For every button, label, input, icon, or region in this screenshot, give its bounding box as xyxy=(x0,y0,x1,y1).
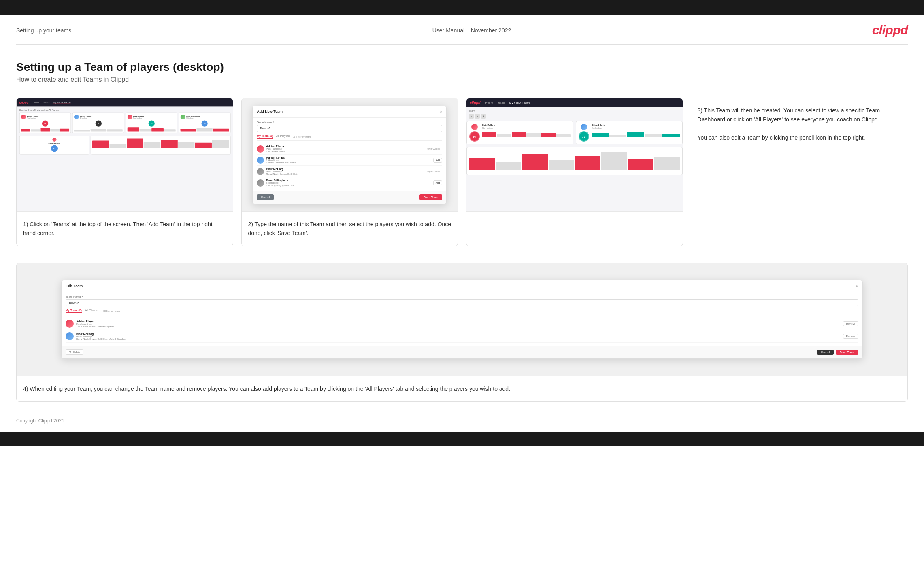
ss4-tab-myteam[interactable]: My Team (2) xyxy=(66,309,82,313)
ss3-p1-right: Blair McHarg Plus Handicap xyxy=(482,124,571,142)
dashboard-screenshot: clippd Home Teams My Performance Showing… xyxy=(17,98,233,212)
ss2-pname-4: Dave Billingham xyxy=(266,179,294,182)
ss2-tab-myteam[interactable]: My Team (2) xyxy=(257,134,273,139)
ss3-player-card-2: 72 Richard Butler Plus Handicap xyxy=(576,121,683,144)
ss2-player-item-3: Blair McHarg Plus Handicap Royal North D… xyxy=(257,166,442,177)
ss1-chart-area xyxy=(91,136,230,155)
ss3-bar xyxy=(592,133,609,137)
ss1-bar xyxy=(90,129,106,132)
ss2-title: Add New Team xyxy=(257,110,283,114)
ss1-p1-name: Adrian Collins xyxy=(27,115,39,117)
page-footer: Copyright Clippd 2021 xyxy=(0,414,924,432)
main-content: Setting up a Team of players (desktop) H… xyxy=(0,45,924,414)
ss4-player-details-1: Adrian Player Plus Handicap The Shire Lo… xyxy=(76,320,114,328)
ss1-bar xyxy=(181,129,196,132)
page-subtitle: How to create and edit Teams in Clippd xyxy=(16,76,908,83)
ss2-add-btn-2[interactable]: Add xyxy=(433,158,443,163)
bottom-bar xyxy=(0,432,924,446)
ss4-title: Edit Team xyxy=(66,284,83,288)
ss3-toolbar-icons: ≡ ✎ ⊞ xyxy=(469,114,680,119)
ss4-tab-allplayers[interactable]: All Players xyxy=(85,309,98,313)
ss3-chart-bar xyxy=(575,156,600,170)
ss2-player-details-2: Adrian Coliba 1 Handicap Central London … xyxy=(266,156,296,164)
ss4-tabs: My Team (2) All Players ☐ Filter by name xyxy=(66,309,858,315)
ss4-close-icon[interactable]: × xyxy=(856,284,858,288)
ss2-action-3: Player Added xyxy=(424,170,443,174)
ss2-pdetail2-3: Royal North Devon Golf Club xyxy=(266,173,297,175)
ss1-player-1: Adrian Collins Plus Handicap 84 xyxy=(19,113,71,133)
ss2-action-1: Player Added xyxy=(424,147,443,151)
ss1-section-title: Showing 8 out of 8 players from All Play… xyxy=(19,109,230,111)
card-4-screenshot: Edit Team × Team Name * Team A My Team (… xyxy=(17,263,907,376)
ss2-filter[interactable]: ☐ Filter by name xyxy=(293,134,311,139)
ss2-tab-allplayers[interactable]: All Players xyxy=(276,134,290,139)
ss3-p2-right: Richard Butler Plus Handicap xyxy=(592,124,680,142)
card-3-screenshot: clippd Home Teams My Performance Team ≡ xyxy=(466,98,683,212)
ss3-bar xyxy=(609,135,627,137)
copyright-text: Copyright Clippd 2021 xyxy=(16,418,64,424)
ss3-p1-name: Blair McHarg xyxy=(482,124,571,126)
ss3-p2-avatar xyxy=(581,124,587,130)
ss1-p4-header: Dave Billingham 5 Handicap xyxy=(181,115,229,119)
ss3-p1-detail: Plus Handicap xyxy=(482,127,571,129)
ss1-p3-bars xyxy=(127,127,175,131)
card-2-bg: Add New Team × Team Name * Team A My Tea… xyxy=(242,98,458,211)
ss4-delete-button[interactable]: 🗑 Delete xyxy=(66,349,83,355)
ss4-remove-btn-1[interactable]: Remove xyxy=(843,321,858,326)
ss4-save-button[interactable]: Save Team xyxy=(836,350,858,355)
ss4-player-item-2: Blair McHarg Plus Handicap Royal North D… xyxy=(66,330,858,343)
filter-label: Filter by name xyxy=(104,310,120,312)
ss2-add-btn-4[interactable]: Add xyxy=(433,180,443,185)
ss2-player-item-1: Adrian Player Plus Handicap The Shire Lo… xyxy=(257,143,442,155)
ss4-player-info-1: Adrian Player Plus Handicap The Shire Lo… xyxy=(66,320,114,328)
ss1-p4-detail: 5 Handicap xyxy=(186,117,200,119)
ss3-bar xyxy=(556,134,570,137)
ss4-pname-1: Adrian Player xyxy=(76,320,114,323)
ss4-remove-btn-2[interactable]: Remove xyxy=(843,334,858,339)
ss2-cancel-button[interactable]: Cancel xyxy=(257,194,274,200)
ss1-bottom-player: Richard Butler 72 xyxy=(19,136,89,155)
ss4-pdetail2-1: The Shire London, United Kingdom xyxy=(76,325,114,328)
ss2-team-name-label: Team Name * xyxy=(257,121,442,124)
page-header: Setting up your teams User Manual – Nove… xyxy=(0,15,924,44)
ss3-chart-bar xyxy=(549,160,574,170)
ss1-p2-detail: 1 Handicap xyxy=(80,117,92,119)
ss3-bar xyxy=(541,133,556,137)
ss3-p2-name: Richard Butler xyxy=(592,124,680,126)
ss1-p1-bars xyxy=(21,127,69,131)
ss1-player-4: Dave Billingham 5 Handicap 78 xyxy=(179,113,230,133)
card-3: clippd Home Teams My Performance Team ≡ xyxy=(466,98,683,246)
ss2-body: Team Name * Team A My Team (2) All Playe… xyxy=(253,118,446,191)
card-1-screenshot: clippd Home Teams My Performance Showing… xyxy=(17,98,233,212)
ss4-team-name-input[interactable]: Team A xyxy=(66,299,858,306)
ss2-pname-1: Adrian Player xyxy=(266,145,285,148)
ss4-player-details-2: Blair McHarg Plus Handicap Royal North D… xyxy=(76,333,126,340)
ss2-close-icon[interactable]: × xyxy=(440,109,442,114)
ss2-player-info-4: Dave Billingham 5 Handicap The Gog Magog… xyxy=(257,179,294,187)
ss3-chart-bar xyxy=(654,157,679,170)
ss3-p2-bars xyxy=(592,131,680,137)
ss4-cancel-button[interactable]: Cancel xyxy=(817,350,834,355)
page-title: Setting up a Team of players (desktop) xyxy=(16,61,908,74)
ss1-bar xyxy=(152,128,164,132)
ss4-pdetail2-2: Royal North Devon Golf Club, United King… xyxy=(76,338,126,340)
ss1-p1-score: 84 xyxy=(42,120,48,126)
ss3-btn-2[interactable]: ✎ xyxy=(475,114,480,119)
ss3-btn-1[interactable]: ≡ xyxy=(469,114,474,119)
ss3-bar xyxy=(662,134,680,137)
ss3-bar xyxy=(627,132,644,137)
ss1-p2-score: 0 xyxy=(95,120,101,126)
ss2-save-button[interactable]: Save Team xyxy=(419,194,442,200)
card-3-desc2: You can also edit a Team by clicking the… xyxy=(698,133,902,142)
ss1-player-3: Blair McHarg Plus Handicap 94 xyxy=(126,113,177,133)
ss3-p2-detail: Plus Handicap xyxy=(592,127,680,129)
ss2-avatar-1 xyxy=(257,145,264,153)
ss1-p1-header: Adrian Collins Plus Handicap xyxy=(21,115,69,119)
ss3-bar xyxy=(645,134,662,137)
ss2-header: Add New Team × xyxy=(253,106,446,118)
ss4-footer-right: Cancel Save Team xyxy=(817,350,858,355)
card-2-text: 2) Type the name of this Team and then s… xyxy=(242,212,458,246)
ss3-btn-3[interactable]: ⊞ xyxy=(481,114,486,119)
ss2-team-name-input[interactable]: Team A xyxy=(257,125,442,132)
ss2-player-details-3: Blair McHarg Plus Handicap Royal North D… xyxy=(266,168,297,175)
